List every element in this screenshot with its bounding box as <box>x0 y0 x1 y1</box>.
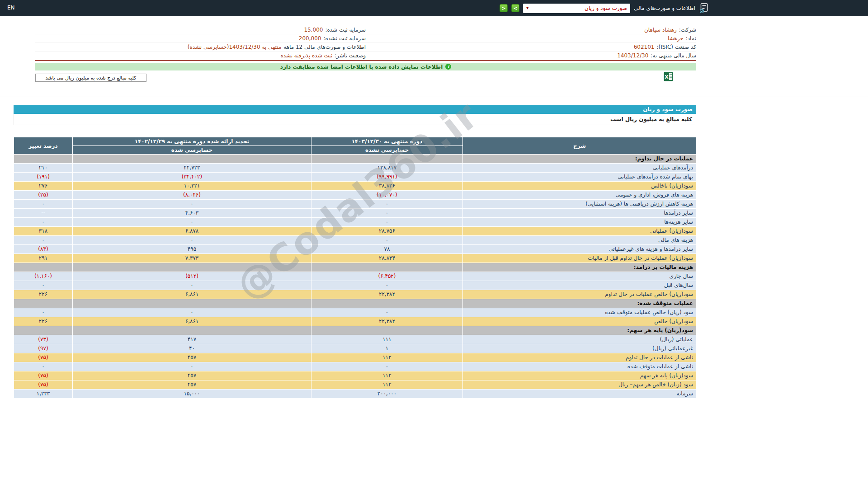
row-current-value: ۱۱۲ <box>311 380 463 389</box>
row-label: ناشی از عملیات در حال تداوم <box>463 353 697 362</box>
row-current-value <box>311 263 463 272</box>
row-restated-value: ۴۴,۷۲۳ <box>73 164 311 173</box>
row-label: سال‌های قبل <box>463 281 697 290</box>
table-row: سایر هزینه‌ها۰۰۰ <box>14 218 697 227</box>
row-restated-value: ۰ <box>73 308 311 317</box>
row-restated-value: (۳۴,۴۰۲) <box>73 173 311 182</box>
info-label: وضعیت ناشر: <box>335 52 366 59</box>
row-current-value: ۰ <box>311 209 463 218</box>
row-restated-value: ۴۹۵ <box>73 245 311 254</box>
report-type-select[interactable]: صورت سود و زیان ▼ <box>523 4 630 13</box>
table-row: سود (زیان) خالص عملیات متوقف شده۰۰۰ <box>14 308 697 317</box>
row-label: هزینه های فروش، اداری و عمومی <box>463 191 697 200</box>
row-label: سود (زیان) خالص هر سهم– ریال <box>463 380 697 389</box>
row-change-value: (۲۵) <box>14 191 73 200</box>
row-label: عملیات متوقف شده: <box>463 299 697 308</box>
row-change-value: ۲۲۶ <box>14 317 73 326</box>
chevron-down-icon: ▼ <box>526 6 528 10</box>
row-restated-value: ۴۱۷ <box>73 335 311 344</box>
row-change-value: (۷۵) <box>14 353 73 362</box>
table-row: ناشی از عملیات در حال تداوم۱۱۲۴۵۷(۷۵) <box>14 353 697 362</box>
table-row: هزینه کاهش ارزش دریافتنی ها (هزینه استثن… <box>14 200 697 209</box>
row-change-value <box>14 326 73 335</box>
statement-title-bar: صورت سود و زیان <box>14 105 696 114</box>
row-restated-value: ۰ <box>73 218 311 227</box>
row-current-value: ۲۰۰,۰۰۰ <box>311 389 463 399</box>
row-change-value: ۰ <box>14 218 73 227</box>
table-row: سود (زیان) خالص هر سهم– ریال۱۱۲۴۵۷(۷۵) <box>14 380 697 389</box>
row-change-value: ۰ <box>14 200 73 209</box>
info-value: 200,000 <box>299 35 321 42</box>
row-label: سال جاری <box>463 272 697 281</box>
row-change-value: (۸۴) <box>14 245 73 254</box>
row-restated-value: (۸,۰۴۶) <box>73 191 311 200</box>
row-current-value: ۱۱۲ <box>311 353 463 362</box>
row-current-value <box>311 326 463 335</box>
row-change-value: ۲۲۶ <box>14 290 73 299</box>
row-label: هزینه کاهش ارزش دریافتنی ها (هزینه استثن… <box>463 200 697 209</box>
info-label: نماد: <box>686 35 696 42</box>
row-label: سود(زیان) عملیات در حال تداوم قبل از مال… <box>463 254 697 263</box>
row-restated-value: ۷,۳۷۳ <box>73 254 311 263</box>
income-statement-tbody: عملیات در حال تداوم:درآمدهای عملیاتی۱۳۸,… <box>14 155 697 399</box>
row-restated-value: ۰ <box>73 236 311 245</box>
row-label: سود(زیان) پایه هر سهم: <box>463 326 697 335</box>
signature-match-notice: i اطلاعات نمایش داده شده با اطلاعات امضا… <box>35 63 696 70</box>
row-current-value: ۷۸ <box>311 245 463 254</box>
row-label: درآمدهای عملیاتی <box>463 164 697 173</box>
info-value: ثبت شده پذیرفته نشده <box>280 52 332 59</box>
table-row: سود(زیان) خالص۲۲,۳۸۲۶,۸۶۱۲۲۶ <box>14 317 697 326</box>
row-restated-value: ۴۵۷ <box>73 353 311 362</box>
row-restated-value: ۰ <box>73 200 311 209</box>
amounts-unit-note-box: کلیه مبالغ درج شده به میلیون ریال می باش… <box>35 74 146 82</box>
row-restated-value: ۴۵۷ <box>73 380 311 389</box>
col-subheader-restated-audit: حسابرسی شده <box>73 146 311 155</box>
income-statement-table: شرح دوره منتهی به ۱۴۰۳/۱۲/۳۰ تجدید ارائه… <box>14 137 697 399</box>
row-change-value: ۰ <box>14 362 73 371</box>
col-header-restated-period: تجدید ارائه شده دوره منتهی به ۱۴۰۲/۱۲/۲۹ <box>73 137 311 146</box>
table-row: سرمایه۲۰۰,۰۰۰۱۵,۰۰۰۱,۲۳۳ <box>14 389 697 399</box>
row-current-value: ۱ <box>311 344 463 353</box>
row-change-value: ۰ <box>14 236 73 245</box>
row-current-value: ۲۲,۳۸۲ <box>311 317 463 326</box>
row-restated-value: ۴,۶۰۳ <box>73 209 311 218</box>
info-value: رهشاد سپاهان <box>644 27 677 33</box>
row-change-value: (۷۵) <box>14 371 73 380</box>
row-change-value: ۲۷۶ <box>14 182 73 191</box>
row-change-value: ۱,۲۳۳ <box>14 389 73 399</box>
excel-export-icon[interactable]: X <box>664 72 673 81</box>
row-label: سایر هزینه‌ها <box>463 218 697 227</box>
table-row: سود(زیان) پایه هر سهم۱۱۲۴۵۷(۷۵) <box>14 371 697 380</box>
row-current-value: ۰ <box>311 236 463 245</box>
row-restated-value: (۵۱۲) <box>73 272 311 281</box>
table-row: بهای تمام شده درآمدهای عملیاتی(۹۹,۹۹۱)(۳… <box>14 173 697 182</box>
section-row: سود(زیان) پایه هر سهم: <box>14 326 697 335</box>
row-label: سود(زیان) خالص عملیات در حال تداوم <box>463 290 697 299</box>
info-company: شرکت: رهشاد سپاهان <box>366 26 696 34</box>
info-icon: i <box>445 64 451 70</box>
row-current-value: ۲۲,۳۸۲ <box>311 290 463 299</box>
info-value: حرهشا <box>668 35 684 42</box>
language-switch-en[interactable]: EN <box>7 5 15 11</box>
previous-statement-button[interactable]: < <box>500 4 508 12</box>
row-current-value <box>311 155 463 164</box>
info-isic-code: کد صنعت (ISIC): 602101 <box>366 43 696 52</box>
row-change-value: ۲۹۱ <box>14 254 73 263</box>
col-subheader-current-audit: حسابرسی نشده <box>311 146 463 155</box>
section-row: عملیات متوقف شده: <box>14 299 697 308</box>
row-change-value: (۱,۱۶۰) <box>14 272 73 281</box>
report-select-value: صورت سود و زیان <box>585 5 627 11</box>
col-header-description: شرح <box>463 137 697 155</box>
info-unregistered-capital: سرمایه ثبت نشده: 200,000 <box>35 34 366 43</box>
row-current-value: ۲۸,۸۳۴ <box>311 254 463 263</box>
table-row: سایر درآمدها و هزینه های غیرعملیاتی۷۸۴۹۵… <box>14 245 697 254</box>
row-change-value <box>14 299 73 308</box>
row-change-value: (۷۳) <box>14 335 73 344</box>
row-restated-value: ۱۰,۳۲۱ <box>73 182 311 191</box>
row-label: سود(زیان) عملیاتی <box>463 227 697 236</box>
row-current-value: ۰ <box>311 200 463 209</box>
row-label: بهای تمام شده درآمدهای عملیاتی <box>463 173 697 182</box>
table-row: سایر درآمدها۰۴,۶۰۳-- <box>14 209 697 218</box>
next-statement-button[interactable]: > <box>511 4 519 12</box>
row-restated-value: ۴۰ <box>73 344 311 353</box>
